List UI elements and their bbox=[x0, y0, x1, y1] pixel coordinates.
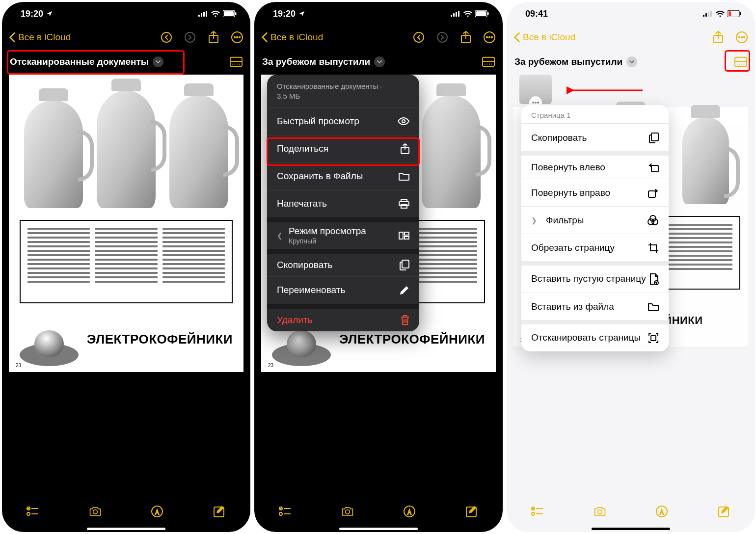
share-icon bbox=[401, 143, 409, 154]
undo-button[interactable] bbox=[160, 31, 173, 44]
sheet-row-print[interactable]: Напечатать bbox=[267, 190, 419, 217]
menu-row-rotate-right[interactable]: Повернуть вправо bbox=[521, 179, 669, 206]
markup-button[interactable] bbox=[655, 505, 668, 518]
checklist-button[interactable] bbox=[279, 505, 292, 518]
navigation-bar: Все в iCloud bbox=[507, 26, 755, 49]
note-title: За рубежом выпустили bbox=[262, 56, 370, 67]
note-title-chip[interactable]: За рубежом выпустили bbox=[514, 56, 637, 67]
svg-point-58 bbox=[279, 512, 282, 515]
menu-row-insert-file[interactable]: Вставить из файла bbox=[521, 293, 669, 320]
undo-button[interactable] bbox=[412, 31, 425, 44]
scan-tray-button[interactable] bbox=[482, 55, 495, 68]
svg-point-11 bbox=[234, 37, 235, 38]
back-button[interactable]: Все в iCloud bbox=[513, 32, 575, 43]
compose-button[interactable] bbox=[213, 505, 226, 518]
markup-button[interactable] bbox=[151, 505, 163, 518]
scan-tray-button[interactable] bbox=[230, 55, 243, 68]
svg-rect-0 bbox=[198, 15, 200, 17]
title-chevron[interactable] bbox=[153, 56, 163, 67]
compose-button[interactable] bbox=[465, 505, 478, 518]
note-title-chip[interactable]: Отсканированные документы bbox=[10, 56, 163, 67]
svg-point-92 bbox=[532, 512, 535, 515]
sheet-row-share[interactable]: Поделиться bbox=[267, 135, 419, 162]
chevron-left-icon: ❮ bbox=[277, 232, 283, 240]
menu-row-insert-blank[interactable]: Вставить пустую страницу bbox=[521, 261, 669, 293]
page-context-menu: Страница 1 Скопировать Повернуть влево П… bbox=[521, 105, 669, 351]
menu-row-filters[interactable]: ❯Фильтры bbox=[521, 206, 669, 234]
sheet-row-quicklook[interactable]: Быстрый просмотр bbox=[267, 107, 419, 135]
redo-icon bbox=[184, 31, 196, 43]
home-indicator[interactable] bbox=[339, 528, 418, 530]
camera-button[interactable] bbox=[594, 505, 606, 518]
camera-button[interactable] bbox=[341, 505, 354, 518]
sheet-row-save-files[interactable]: Сохранить в Файлы bbox=[267, 162, 419, 190]
battery-icon bbox=[475, 10, 489, 17]
compose-button[interactable] bbox=[718, 505, 730, 518]
markup-button[interactable] bbox=[403, 505, 416, 518]
svg-point-74 bbox=[744, 37, 745, 38]
home-indicator[interactable] bbox=[592, 528, 670, 530]
wifi-icon bbox=[463, 10, 472, 17]
share-icon bbox=[208, 31, 219, 44]
more-button[interactable] bbox=[231, 31, 243, 44]
svg-rect-54 bbox=[405, 237, 409, 239]
svg-rect-32 bbox=[476, 11, 486, 16]
sheet-row-rename[interactable]: Переименовать bbox=[267, 276, 419, 304]
home-indicator[interactable] bbox=[87, 528, 165, 530]
crop-icon bbox=[648, 242, 659, 253]
wifi-icon bbox=[716, 10, 725, 17]
svg-rect-2 bbox=[203, 12, 205, 17]
svg-rect-55 bbox=[402, 260, 409, 268]
back-button[interactable]: Все в iCloud bbox=[9, 32, 71, 43]
svg-point-40 bbox=[491, 37, 492, 38]
page-thumbnail[interactable]: ••• bbox=[519, 75, 552, 104]
camera-button[interactable] bbox=[89, 505, 102, 518]
share-button[interactable] bbox=[459, 31, 472, 44]
document-page-number: 23 bbox=[16, 363, 21, 368]
svg-point-94 bbox=[597, 510, 602, 514]
checklist-button[interactable] bbox=[531, 505, 544, 518]
back-button[interactable]: Все в iCloud bbox=[261, 32, 323, 43]
document-brand-text: ЭЛЕКТРОКОФЕЙНИКИ bbox=[87, 332, 233, 347]
menu-row-rotate-left[interactable]: Повернуть влево bbox=[521, 151, 669, 179]
svg-point-34 bbox=[414, 32, 424, 42]
arrow-annotation bbox=[567, 80, 645, 100]
menu-row-copy[interactable]: Скопировать bbox=[521, 124, 669, 151]
title-chevron[interactable] bbox=[626, 56, 637, 67]
more-button[interactable] bbox=[735, 31, 748, 44]
note-title-chip[interactable]: За рубежом выпустили bbox=[262, 56, 385, 67]
camera-icon bbox=[89, 506, 102, 517]
svg-rect-5 bbox=[224, 11, 234, 16]
svg-rect-64 bbox=[705, 13, 707, 17]
back-label: Все в iCloud bbox=[270, 32, 323, 43]
toolbar bbox=[507, 498, 755, 525]
menu-row-crop[interactable]: Обрезать страницу bbox=[521, 234, 669, 261]
page-plus-icon bbox=[649, 273, 659, 285]
chevron-left-icon bbox=[9, 32, 16, 43]
undo-icon bbox=[161, 31, 172, 43]
share-button[interactable] bbox=[712, 31, 725, 44]
markup-icon bbox=[151, 505, 163, 518]
title-chevron[interactable] bbox=[374, 56, 385, 67]
battery-icon bbox=[223, 10, 237, 17]
svg-point-38 bbox=[486, 37, 487, 38]
folder-icon bbox=[648, 302, 659, 311]
sheet-row-delete[interactable]: Удалить bbox=[267, 304, 419, 331]
rotate-left-icon bbox=[648, 162, 659, 172]
signal-icon bbox=[451, 11, 460, 17]
navigation-bar: Все в iCloud bbox=[2, 26, 250, 49]
redo-button[interactable] bbox=[436, 31, 449, 44]
toolbar bbox=[2, 498, 250, 525]
sheet-row-copy[interactable]: Скопировать bbox=[267, 249, 419, 276]
checklist-button[interactable] bbox=[27, 505, 39, 518]
sheet-row-view-mode[interactable]: ❮Режим просмотраКрупный bbox=[267, 217, 419, 249]
menu-row-scan-pages[interactable]: Отсканировать страницы bbox=[521, 320, 669, 351]
chevron-left-icon bbox=[261, 32, 268, 43]
share-button[interactable] bbox=[207, 31, 220, 44]
svg-rect-83 bbox=[651, 165, 658, 172]
more-button[interactable] bbox=[483, 31, 496, 44]
scanned-document[interactable]: ЭЛЕКТРОКОФЕЙНИКИ 23 bbox=[9, 75, 243, 372]
redo-button[interactable] bbox=[184, 31, 196, 44]
svg-rect-63 bbox=[703, 15, 704, 17]
scan-tray-button[interactable] bbox=[734, 55, 747, 68]
